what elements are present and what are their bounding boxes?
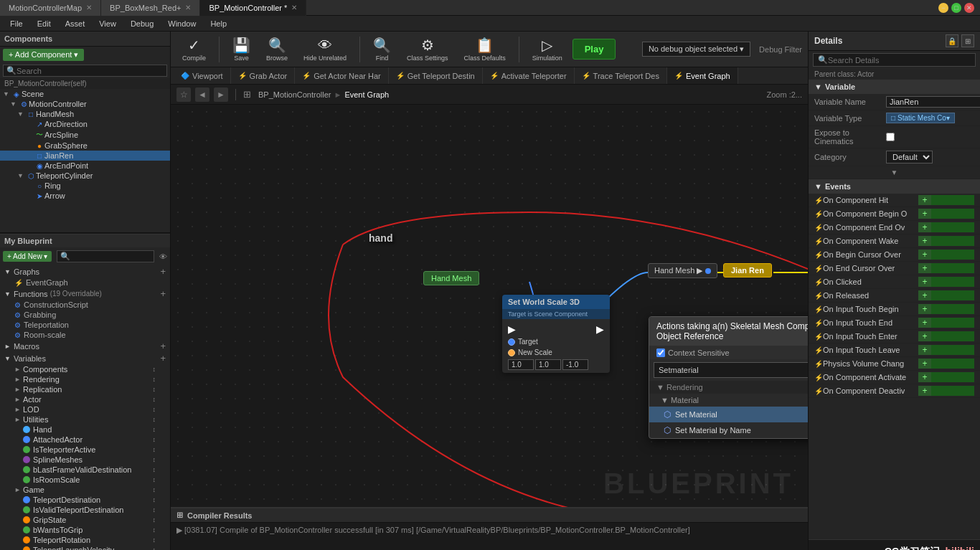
canvas[interactable]: hand Hand Mesh Set World Scale 3D Target… (171, 105, 808, 507)
setworld-node[interactable]: Set World Scale 3D Target is Scene Compo… (502, 295, 610, 373)
var-item-isteleporteractive[interactable]: IsTeleporterActive ↕ (0, 445, 170, 455)
section-variables[interactable]: ▼ Variables + (0, 352, 170, 364)
var-item-replication[interactable]: ► Replication ↕ (0, 384, 170, 394)
action-search-input[interactable] (659, 366, 808, 374)
scale-x[interactable]: 1.0 (508, 359, 534, 370)
event-add-btn[interactable]: + (918, 236, 931, 246)
tree-item-arcendpoint[interactable]: ◉ ArcEndPoint (0, 161, 170, 171)
category-dropdown[interactable]: Default (886, 151, 933, 163)
menu-debug[interactable]: Debug (123, 18, 161, 29)
menu-window[interactable]: Window (161, 18, 203, 29)
var-name-input[interactable] (886, 96, 980, 108)
tab-close-icon[interactable]: ✕ (291, 4, 297, 11)
tab-grab-actor[interactable]: ⚡ Grab Actor (231, 67, 296, 85)
close-button[interactable]: ✕ (964, 3, 974, 13)
tree-item-handmesh[interactable]: ▼ □ HandMesh (0, 109, 170, 119)
expand-arrow[interactable]: ▼ (891, 169, 898, 176)
jianren-node[interactable]: Jian Ren (723, 263, 772, 278)
tree-item-jianren[interactable]: □ JianRen (0, 151, 170, 161)
event-add-btn[interactable]: + (918, 331, 931, 341)
event-add-btn[interactable]: + (918, 222, 931, 232)
add-icon[interactable]: + (160, 354, 166, 363)
menu-help[interactable]: Help (203, 18, 234, 29)
subitem-teleportation[interactable]: ⚙ Teleportation (0, 320, 170, 330)
add-icon[interactable]: + (160, 267, 166, 276)
var-type-btn[interactable]: □ Static Mesh Co▾ (886, 113, 955, 123)
menu-edit[interactable]: Edit (30, 18, 58, 29)
tree-item-teleportcylinder[interactable]: ▼ ⬡ TeleportCylinder (0, 171, 170, 181)
event-add-btn[interactable]: + (918, 359, 931, 369)
tab-activate-teleporter[interactable]: ⚡ Activate Teleporter (483, 67, 575, 85)
expose-checkbox[interactable] (886, 133, 895, 141)
var-item-hand[interactable]: Hand ↕ (0, 425, 170, 435)
action-subsection-material[interactable]: ▼ Material (649, 394, 808, 407)
var-item-utilities[interactable]: ► Utilities ↕ (0, 414, 170, 425)
tab-close-icon[interactable]: ✕ (86, 4, 92, 11)
find-button[interactable]: 🔍 Find (367, 34, 397, 64)
components-search-input[interactable] (17, 67, 164, 75)
bc-back-button[interactable]: ☆ (176, 87, 191, 102)
add-new-button[interactable]: + Add New ▾ (3, 251, 52, 262)
tab-trace-teleport[interactable]: ⚡ Trace Teleport Des (575, 67, 667, 85)
debug-selector[interactable]: No debug object selected ▾ (642, 42, 750, 57)
menu-asset[interactable]: Asset (58, 18, 93, 29)
events-section[interactable]: ▼ Events (809, 179, 980, 194)
section-functions[interactable]: ▼ Functions (19 Overridable) + (0, 288, 170, 300)
event-add-btn[interactable]: + (918, 209, 931, 219)
var-item-teleportrotation[interactable]: TeleportRotation ↕ (0, 535, 170, 545)
var-item-actor[interactable]: ► Actor ↕ (0, 394, 170, 404)
event-add-btn[interactable]: + (918, 195, 931, 205)
handmesh-out-node[interactable]: Hand Mesh ▶ (648, 263, 717, 278)
scale-z[interactable]: -1.0 (562, 359, 588, 370)
tree-item-scene[interactable]: ▼ ◈ Scene (0, 89, 170, 99)
minimize-button[interactable]: − (938, 3, 948, 13)
var-item-gripstate[interactable]: GripState ↕ (0, 515, 170, 525)
section-graphs[interactable]: ▼ Graphs + (0, 265, 170, 278)
simulation-button[interactable]: ▷ Simulation (527, 34, 568, 64)
hide-unrelated-button[interactable]: 👁 Hide Unrelated (298, 35, 352, 64)
subitem-grabbing[interactable]: ⚙ Grabbing (0, 310, 170, 320)
variable-section[interactable]: ▼ Variable (809, 80, 980, 94)
var-item-blastframe[interactable]: bLastFrameValidDestination ↕ (0, 465, 170, 475)
tab-boxmesh[interactable]: BP_BoxMesh_Red+ ✕ (101, 0, 200, 16)
event-add-btn[interactable]: + (918, 277, 931, 287)
tab-motioncontrollermap[interactable]: MotionControllerMap ✕ (0, 0, 101, 16)
compile-button[interactable]: ✓ Compile (176, 34, 212, 64)
event-add-btn[interactable]: + (918, 386, 931, 396)
menu-file[interactable]: File (3, 18, 30, 29)
var-item-components[interactable]: ► Components ↕ (0, 364, 170, 374)
tree-item-arcdirection[interactable]: ↗ ArcDirection (0, 119, 170, 129)
var-item-attachedactor[interactable]: AttachedActor ↕ (0, 435, 170, 445)
mybp-search-input[interactable] (70, 252, 151, 261)
context-sensitive-checkbox[interactable] (656, 349, 665, 357)
details-expand-btn[interactable]: ⊞ (961, 34, 974, 47)
subitem-constructionscript[interactable]: ⚙ ConstructionScript (0, 300, 170, 310)
var-item-bwantstogrip[interactable]: bWantsToGrip ↕ (0, 525, 170, 535)
event-add-btn[interactable]: + (918, 318, 931, 328)
scale-y[interactable]: 1.0 (535, 359, 561, 370)
save-button[interactable]: 💾 Save (227, 34, 256, 64)
action-item-setmaterialbyname[interactable]: ⬡ Set Material by Name (649, 422, 808, 438)
event-add-btn[interactable]: + (918, 250, 931, 260)
event-add-btn[interactable]: + (918, 345, 931, 355)
var-item-isvalidteleport[interactable]: IsValidTeleportDestination ↕ (0, 505, 170, 515)
tree-item-arrow[interactable]: ➤ Arrow (0, 191, 170, 201)
var-item-lod[interactable]: ► LOD ↕ (0, 404, 170, 414)
add-icon[interactable]: + (160, 341, 166, 351)
event-add-btn[interactable]: + (918, 372, 931, 382)
tree-item-ring[interactable]: ○ Ring (0, 181, 170, 191)
bc-prev-button[interactable]: ◄ (195, 87, 209, 102)
tree-item-motioncontroller[interactable]: ▼ ⚙ MotionController (0, 99, 170, 109)
bc-next-button[interactable]: ► (214, 87, 228, 102)
details-search-input[interactable] (828, 56, 971, 65)
tab-get-teleport[interactable]: ⚡ Get Teleport Destin (389, 67, 483, 85)
browse-button[interactable]: 🔍 Browse (260, 34, 293, 64)
class-defaults-button[interactable]: 📋 Class Defaults (458, 34, 512, 64)
class-settings-button[interactable]: ⚙ Class Settings (401, 34, 454, 64)
details-lock-btn[interactable]: 🔒 (946, 34, 958, 47)
action-item-setmaterial[interactable]: ⬡ Set Material (649, 407, 808, 422)
event-add-btn[interactable]: + (918, 304, 931, 314)
play-button[interactable]: Play (573, 39, 616, 60)
event-add-btn[interactable]: + (918, 263, 931, 273)
section-macros[interactable]: ► Macros + (0, 340, 170, 352)
